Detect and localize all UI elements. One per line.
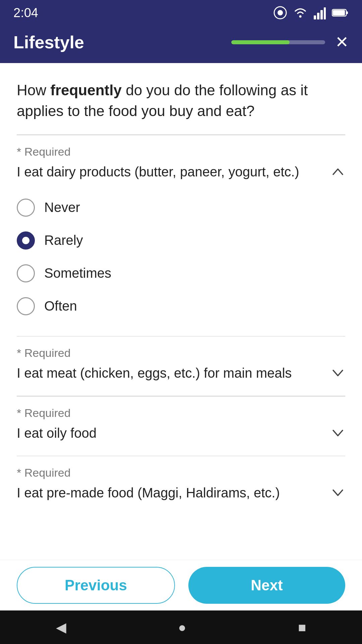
radio-option-rarely[interactable]: Rarely: [17, 224, 345, 257]
question-row-oily[interactable]: I eat oily food: [17, 424, 345, 449]
question-label-meat: I eat meat (chicken, eggs, etc.) for mai…: [17, 364, 330, 382]
app-icon: [274, 6, 287, 19]
question-row-meat[interactable]: I eat meat (chicken, eggs, etc.) for mai…: [17, 364, 345, 389]
radio-label-sometimes: Sometimes: [44, 266, 111, 281]
top-divider: [17, 135, 345, 135]
main-content: How frequently do you do the following a…: [0, 63, 362, 644]
header-right: ✕: [231, 34, 349, 50]
section-dairy: * Required I eat dairy products (butter,…: [17, 145, 345, 329]
svg-point-2: [299, 15, 302, 18]
radio-label-often: Often: [44, 299, 77, 314]
question-label-premade: I eat pre-made food (Maggi, Haldirams, e…: [17, 483, 330, 502]
question-label-oily: I eat oily food: [17, 424, 330, 442]
radio-options-dairy: Never Rarely Sometimes Often: [17, 188, 345, 329]
back-nav-icon[interactable]: ◀: [56, 620, 66, 635]
android-nav-bar: ◀ ● ■: [0, 610, 362, 644]
home-nav-icon[interactable]: ●: [178, 620, 186, 635]
signal-icon: [314, 6, 326, 19]
required-label-meat: * Required: [17, 346, 345, 360]
chevron-up-icon: [330, 164, 345, 180]
radio-option-often[interactable]: Often: [17, 290, 345, 323]
svg-rect-3: [314, 15, 316, 19]
section-oily: * Required I eat oily food: [17, 407, 345, 449]
radio-option-sometimes[interactable]: Sometimes: [17, 257, 345, 290]
status-time: 2:04: [13, 6, 38, 20]
progress-bar-fill: [231, 40, 290, 44]
svg-point-1: [278, 10, 283, 15]
divider-3: [17, 456, 345, 457]
recents-nav-icon[interactable]: ■: [298, 620, 306, 635]
wifi-icon: [293, 6, 308, 19]
next-button[interactable]: Next: [188, 567, 345, 604]
radio-circle-sometimes: [17, 264, 35, 282]
battery-icon: [332, 8, 349, 18]
svg-rect-8: [346, 11, 348, 14]
chevron-down-icon-premade: [330, 485, 345, 501]
header: Lifestyle ✕: [0, 24, 362, 63]
svg-rect-5: [320, 10, 323, 19]
close-button[interactable]: ✕: [335, 34, 349, 50]
svg-rect-6: [324, 7, 326, 19]
chevron-down-icon-oily: [330, 426, 345, 442]
svg-rect-9: [333, 10, 345, 15]
radio-inner-dot-rarely: [22, 237, 29, 244]
required-label-oily: * Required: [17, 407, 345, 420]
question-row-dairy[interactable]: I eat dairy products (butter, paneer, yo…: [17, 162, 345, 188]
question-text: How frequently do you do the following a…: [17, 80, 345, 121]
required-label-premade: * Required: [17, 466, 345, 479]
radio-label-rarely: Rarely: [44, 233, 83, 248]
radio-label-never: Never: [44, 200, 80, 215]
chevron-down-icon-meat: [330, 366, 345, 382]
page-title: Lifestyle: [13, 32, 84, 52]
question-label-dairy: I eat dairy products (butter, paneer, yo…: [17, 162, 330, 181]
section-premade: * Required I eat pre-made food (Maggi, H…: [17, 466, 345, 509]
divider-2: [17, 396, 345, 396]
radio-circle-never: [17, 199, 35, 217]
question-bold: frequently: [50, 82, 122, 98]
progress-bar-container: [231, 40, 325, 44]
radio-circle-rarely: [17, 231, 35, 250]
divider-1: [17, 336, 345, 337]
status-bar: 2:04: [0, 0, 362, 24]
radio-option-never[interactable]: Never: [17, 191, 345, 224]
section-meat: * Required I eat meat (chicken, eggs, et…: [17, 346, 345, 389]
question-row-premade[interactable]: I eat pre-made food (Maggi, Haldirams, e…: [17, 483, 345, 509]
status-icons: [274, 6, 349, 19]
bottom-nav: Previous Next: [0, 560, 362, 610]
previous-button[interactable]: Previous: [17, 567, 175, 604]
radio-circle-often: [17, 297, 35, 315]
required-label-dairy: * Required: [17, 145, 345, 158]
svg-rect-4: [317, 13, 319, 19]
